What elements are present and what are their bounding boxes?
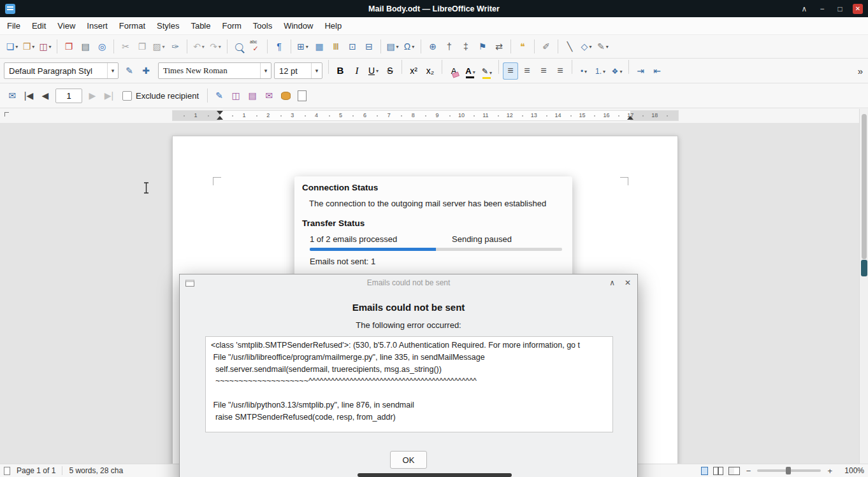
dropdown-arrow-icon[interactable]: ▾ <box>412 44 414 50</box>
error-dialog-titlebar[interactable]: Emails could not be sent ∧✕ <box>180 274 637 291</box>
export-pdf-button[interactable]: ❐ <box>61 38 76 55</box>
zoom-level[interactable]: 100% <box>839 466 864 475</box>
insert-chart-button[interactable]: Ⅲ <box>328 38 344 55</box>
save-merged-documents-button[interactable]: ◫ <box>228 87 243 104</box>
print-preview-button[interactable]: ◎ <box>94 38 110 55</box>
dropdown-arrow-icon[interactable]: ▾ <box>606 44 609 50</box>
insert-page-break-button[interactable]: ⊟ <box>361 38 377 55</box>
dropdown-arrow-icon[interactable]: ▾ <box>49 44 52 50</box>
minimize-button[interactable]: − <box>817 4 827 14</box>
first-record-button[interactable]: |◀ <box>21 87 36 104</box>
subscript-button[interactable]: x₂ <box>423 62 438 80</box>
find-and-replace-button[interactable]: ◯ <box>231 38 247 55</box>
dropdown-arrow-icon[interactable]: ▾ <box>619 69 622 75</box>
first-line-indent-marker[interactable] <box>217 111 223 115</box>
increase-indent-button[interactable]: ⇥ <box>633 62 648 80</box>
dropdown-arrow-icon[interactable]: ▾ <box>584 69 587 75</box>
superscript-button[interactable]: x² <box>406 62 421 80</box>
insert-special-character-button[interactable]: Ω▾ <box>401 38 417 55</box>
view-single-page-button[interactable] <box>701 467 708 475</box>
vertical-scrollbar[interactable] <box>859 109 868 464</box>
mail-merge-wizard-button[interactable]: ✉ <box>4 87 20 104</box>
insert-endnote-button[interactable]: ‡ <box>458 38 474 55</box>
decrease-indent-button[interactable]: ⇤ <box>649 62 665 80</box>
chevron-down-icon[interactable]: ▾ <box>107 63 118 78</box>
print-button[interactable]: ▤ <box>78 38 93 55</box>
spelling-button[interactable]: ✓ <box>248 38 263 55</box>
open-file-button[interactable]: ❒▾ <box>21 38 36 55</box>
update-style-button[interactable]: ✎ <box>122 62 137 80</box>
chevron-down-icon[interactable]: ▾ <box>311 63 322 78</box>
dropdown-arrow-icon[interactable]: ▾ <box>163 44 165 50</box>
menu-tools[interactable]: Tools <box>247 17 278 35</box>
insert-cross-reference-button[interactable]: ⇄ <box>491 38 507 55</box>
insert-bookmark-button[interactable]: ⚑ <box>475 38 490 55</box>
justify-button[interactable]: ≡ <box>553 62 568 80</box>
exclude-recipient-checkbox[interactable] <box>122 91 132 101</box>
clear-formatting-button[interactable]: A <box>446 62 461 80</box>
underline-button[interactable]: U▾ <box>366 62 381 80</box>
hanging-indent-marker[interactable] <box>217 116 223 120</box>
strikethrough-button[interactable]: S <box>382 62 398 80</box>
menu-help[interactable]: Help <box>319 17 347 35</box>
menu-edit[interactable]: Edit <box>26 17 52 35</box>
menu-form[interactable]: Form <box>216 17 247 35</box>
toolbar-overflow-button[interactable]: » <box>858 66 863 76</box>
align-center-button[interactable]: ≡ <box>519 62 535 80</box>
horizontal-ruler[interactable]: 1123456789101112131415161718 <box>172 110 679 121</box>
insert-table-button[interactable]: ⊞▾ <box>295 38 310 55</box>
menu-format[interactable]: Format <box>113 17 151 35</box>
send-email-messages-button[interactable]: ✉ <box>261 87 277 104</box>
scrollbar-thumb[interactable] <box>862 114 867 259</box>
paragraph-style-select[interactable]: Default Paragraph Styl ▾ <box>4 62 119 79</box>
dropdown-arrow-icon[interactable]: ▾ <box>489 70 492 76</box>
sidebar-show-button[interactable] <box>861 260 867 276</box>
insert-footnote-button[interactable]: † <box>442 38 457 55</box>
dropdown-arrow-icon[interactable]: ▾ <box>32 44 34 50</box>
dropdown-arrow-icon[interactable]: ▾ <box>202 44 205 50</box>
zoom-out-button[interactable]: − <box>745 466 753 476</box>
close-button[interactable]: ✕ <box>853 4 863 14</box>
error-traceback[interactable]: <class 'smtplib.SMTPSenderRefused'>: (53… <box>205 336 613 432</box>
record-number-input[interactable] <box>55 89 82 103</box>
dropdown-arrow-icon[interactable]: ▾ <box>15 44 18 50</box>
outline-list-button[interactable]: ❖▾ <box>609 63 625 80</box>
ordered-list-button[interactable]: 1.▾ <box>593 63 608 80</box>
new-document-button[interactable]: ❏▾ <box>4 38 20 55</box>
italic-button[interactable]: I <box>349 62 365 80</box>
font-size-select[interactable]: 12 pt ▾ <box>274 62 322 79</box>
highlighting-color-button[interactable]: ✎▾ <box>479 64 495 82</box>
menu-window[interactable]: Window <box>278 17 319 35</box>
dialog-shade-button[interactable]: ∧ <box>609 278 615 287</box>
insert-field-button[interactable]: ▤▾ <box>385 38 400 55</box>
dropdown-arrow-icon[interactable]: ▾ <box>396 44 399 50</box>
menu-view[interactable]: View <box>52 17 81 35</box>
menu-file[interactable]: File <box>1 17 26 35</box>
dialog-close-button[interactable]: ✕ <box>625 278 631 287</box>
insert-hyperlink-button[interactable]: ⊕ <box>425 38 440 55</box>
dropdown-arrow-icon[interactable]: ▾ <box>376 68 379 74</box>
insert-frame-button[interactable] <box>294 87 310 104</box>
dropdown-arrow-icon[interactable]: ▾ <box>219 44 221 50</box>
align-right-button[interactable]: ≡ <box>536 62 551 80</box>
zoom-slider[interactable] <box>757 469 821 472</box>
basic-shapes-button[interactable]: ◇▾ <box>579 38 594 55</box>
menu-styles[interactable]: Styles <box>151 17 185 35</box>
print-merged-documents-button[interactable]: ▤ <box>245 87 260 104</box>
formatting-marks-button[interactable]: ¶ <box>271 38 287 55</box>
chevron-down-icon[interactable]: ▾ <box>260 63 271 78</box>
dropdown-arrow-icon[interactable]: ▾ <box>306 44 308 50</box>
menu-table[interactable]: Table <box>185 17 216 35</box>
unordered-list-button[interactable]: •▾ <box>576 63 591 80</box>
edit-individual-documents-button[interactable]: ✎ <box>212 87 227 104</box>
exchange-database-button[interactable] <box>278 87 293 104</box>
word-count[interactable]: 5 words, 28 cha <box>69 466 123 475</box>
view-book-button[interactable] <box>728 467 740 475</box>
font-name-select[interactable]: Times New Roman ▾ <box>158 62 271 79</box>
clone-formatting-button[interactable]: ✑ <box>168 38 183 55</box>
maximize-button[interactable]: □ <box>835 4 845 14</box>
insert-comment-button[interactable]: ❝ <box>515 38 530 55</box>
new-style-button[interactable]: ✚ <box>138 62 154 80</box>
previous-record-button[interactable]: ◀ <box>38 87 53 104</box>
dropdown-arrow-icon[interactable]: ▾ <box>473 69 475 75</box>
